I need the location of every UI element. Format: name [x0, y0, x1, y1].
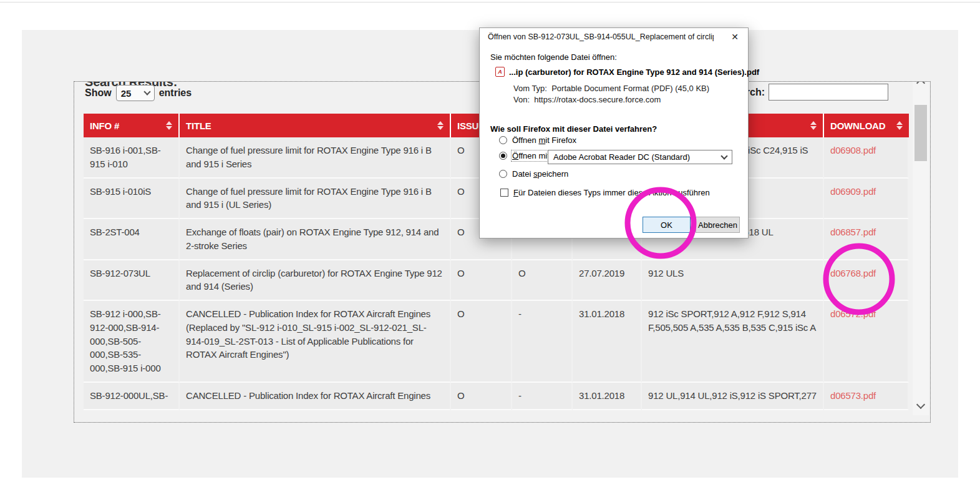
- cancel-button[interactable]: Abbrechen: [696, 217, 740, 233]
- cell-title: Change of fuel pressure limit for ROTAX …: [180, 137, 451, 179]
- cell-info: SB-915 i-010iS: [84, 179, 180, 220]
- radio-selected-icon: [499, 152, 507, 160]
- file-source-line: Von: https://rotax-docs.secure.force.com: [513, 95, 661, 104]
- download-link[interactable]: d06768.pdf: [830, 268, 876, 278]
- cell-download: d06768.pdf: [824, 260, 909, 302]
- show-label: Show: [85, 87, 112, 99]
- dialog-filename: ...ip (carburetor) for ROTAX Engine Type…: [509, 67, 759, 77]
- radio-open-with-app[interactable]: Öffnen mit: [499, 151, 550, 160]
- file-type-line: Vom Typ: Portable Document Format (PDF) …: [513, 84, 709, 93]
- cell-title: CANCELLED - Publication Index for ROTAX …: [180, 383, 451, 410]
- top-divider: [0, 2, 980, 2]
- cell-models: 912 ULS: [642, 260, 824, 302]
- column-header-download[interactable]: DOWNLOAD: [824, 114, 909, 137]
- entries-label: entries: [159, 87, 192, 99]
- radio-open-with-firefox[interactable]: Öffnen mit Firefox: [499, 135, 576, 145]
- cell-date: 31.01.2018: [573, 383, 642, 410]
- search-input[interactable]: [769, 84, 888, 101]
- pdf-icon: A: [495, 67, 505, 77]
- column-header-info[interactable]: INFO #: [84, 114, 180, 137]
- sort-icon: [437, 121, 444, 130]
- ok-button[interactable]: OK: [643, 217, 691, 233]
- dialog-intro: Sie möchten folgende Datei öffnen:: [490, 52, 617, 62]
- scroll-up-icon[interactable]: [916, 81, 925, 87]
- cell-date: 31.01.2018: [573, 301, 642, 383]
- download-link[interactable]: d06908.pdf: [830, 145, 876, 155]
- cell-c4: -: [512, 383, 573, 410]
- download-link[interactable]: d06909.pdf: [830, 186, 876, 197]
- page-size-select[interactable]: 25: [116, 85, 155, 101]
- dialog-title: Öffnen von SB-912-073UL_SB-914-055UL_Rep…: [480, 32, 714, 41]
- cell-issue: O: [451, 301, 512, 383]
- download-link[interactable]: d06857.pdf: [830, 227, 876, 237]
- cell-info: SB-912-073UL: [84, 260, 180, 302]
- cell-c4: O: [512, 260, 573, 302]
- cell-c4: -: [512, 301, 573, 383]
- column-header-title[interactable]: TITLE: [180, 114, 451, 137]
- checkbox-icon: [500, 189, 508, 197]
- radio-save-file[interactable]: Datei speichern: [499, 169, 568, 179]
- radio-icon: [499, 136, 507, 144]
- table-row: SB-912-073UL Replacement of circlip (car…: [84, 260, 909, 302]
- cell-date: 27.07.2019: [573, 260, 642, 302]
- sort-icon: [896, 121, 903, 130]
- scroll-down-icon[interactable]: [916, 400, 925, 409]
- radio-icon: [499, 170, 507, 178]
- remember-action-checkbox[interactable]: Für Dateien dieses Typs immer diese Akti…: [500, 188, 710, 197]
- page-size-value: 25: [121, 88, 132, 99]
- open-with-app-value: Adobe Acrobat Reader DC (Standard): [553, 152, 690, 162]
- cell-models: 912 UL,914 UL,912 iS,912 iS SPORT,277: [642, 383, 824, 410]
- cell-title: Change of fuel pressure limit for ROTAX …: [180, 179, 451, 220]
- download-link[interactable]: d06573.pdf: [830, 390, 876, 401]
- download-link[interactable]: d06572.pdf: [830, 308, 876, 319]
- close-icon[interactable]: ✕: [722, 28, 748, 46]
- vertical-scrollbar[interactable]: [913, 81, 929, 415]
- table-row: SB-912-000UL,SB- CANCELLED - Publication…: [84, 383, 909, 410]
- cell-models: 912 iSc SPORT,912 A,912 F,912 S,914 F,50…: [642, 301, 824, 383]
- dialog-question: Wie soll Firefox mit dieser Datei verfah…: [490, 124, 657, 134]
- cell-download: d06909.pdf: [824, 179, 909, 220]
- cell-download: d06572.pdf: [824, 301, 909, 383]
- chevron-down-icon: [720, 152, 727, 159]
- page: { "page": { "heading": "Search Results:"…: [0, 0, 980, 487]
- cell-info: SB-916 i-001,SB-915 i-010: [84, 137, 180, 179]
- cell-title: CANCELLED - Publication Index for ROTAX …: [180, 301, 451, 383]
- sort-icon: [810, 121, 817, 130]
- cell-download: d06908.pdf: [824, 137, 909, 179]
- open-with-app-select[interactable]: Adobe Acrobat Reader DC (Standard): [548, 150, 732, 164]
- chevron-down-icon: [143, 88, 150, 95]
- sort-icon: [166, 121, 172, 130]
- scrollbar-thumb[interactable]: [915, 105, 927, 161]
- cell-info: SB-912 i-000,SB-912-000,SB-914-000,SB-50…: [84, 301, 180, 383]
- cell-download: d06573.pdf: [824, 383, 909, 410]
- cell-info: SB-2ST-004: [84, 219, 180, 260]
- cell-title: Replacement of circlip (carburetor) for …: [180, 260, 451, 302]
- cell-info: SB-912-000UL,SB-: [84, 383, 180, 410]
- table-row: SB-912 i-000,SB-912-000,SB-914-000,SB-50…: [84, 301, 909, 383]
- dialog-titlebar: Öffnen von SB-912-073UL_SB-914-055UL_Rep…: [480, 28, 748, 46]
- cell-title: Exchange of floats (pair) on ROTAX Engin…: [180, 219, 451, 260]
- cell-issue: O: [451, 383, 512, 410]
- download-dialog: Öffnen von SB-912-073UL_SB-914-055UL_Rep…: [479, 27, 749, 239]
- cell-issue: O: [451, 260, 512, 302]
- cell-download: d06857.pdf: [824, 219, 909, 260]
